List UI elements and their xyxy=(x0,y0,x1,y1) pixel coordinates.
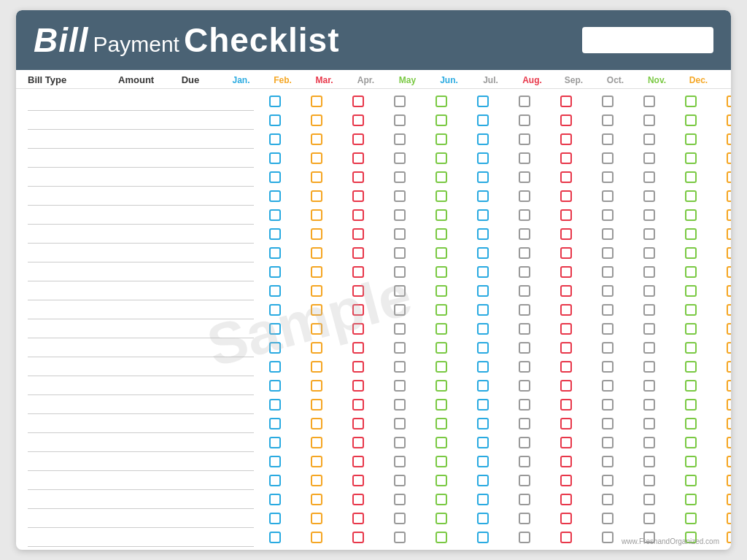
checkbox[interactable] xyxy=(560,266,572,278)
checkbox[interactable] xyxy=(311,133,322,145)
checkbox[interactable] xyxy=(477,361,489,373)
checkbox[interactable] xyxy=(477,247,489,259)
checkbox[interactable] xyxy=(727,342,732,354)
checkbox[interactable] xyxy=(685,513,697,524)
checkbox[interactable] xyxy=(560,532,572,543)
checkbox[interactable] xyxy=(436,380,447,392)
checkbox[interactable] xyxy=(311,399,322,411)
checkbox[interactable] xyxy=(352,380,364,392)
checkbox[interactable] xyxy=(727,323,732,335)
checkbox[interactable] xyxy=(727,494,732,505)
checkbox[interactable] xyxy=(643,171,655,183)
checkbox[interactable] xyxy=(685,456,697,467)
checkbox[interactable] xyxy=(685,266,697,278)
checkbox[interactable] xyxy=(436,494,447,505)
checkbox[interactable] xyxy=(311,228,322,240)
checkbox[interactable] xyxy=(727,228,732,240)
checkbox[interactable] xyxy=(436,285,447,297)
checkbox[interactable] xyxy=(602,456,614,467)
checkbox[interactable] xyxy=(727,171,732,183)
checkbox[interactable] xyxy=(352,323,364,335)
checkbox[interactable] xyxy=(602,96,614,107)
checkbox[interactable] xyxy=(602,285,614,297)
checkbox[interactable] xyxy=(269,228,281,240)
checkbox[interactable] xyxy=(477,475,489,486)
checkbox[interactable] xyxy=(394,323,406,335)
checkbox[interactable] xyxy=(311,323,322,335)
checkbox[interactable] xyxy=(602,266,614,278)
checkbox[interactable] xyxy=(477,456,489,467)
checkbox[interactable] xyxy=(477,513,489,524)
checkbox[interactable] xyxy=(394,228,406,240)
checkbox[interactable] xyxy=(685,171,697,183)
checkbox[interactable] xyxy=(560,513,572,524)
checkbox[interactable] xyxy=(477,266,489,278)
checkbox[interactable] xyxy=(477,190,489,202)
checkbox[interactable] xyxy=(519,285,530,297)
checkbox[interactable] xyxy=(394,361,406,373)
checkbox[interactable] xyxy=(643,437,655,448)
checkbox[interactable] xyxy=(519,304,530,316)
checkbox[interactable] xyxy=(602,114,614,126)
checkbox[interactable] xyxy=(477,437,489,448)
checkbox[interactable] xyxy=(269,475,281,486)
checkbox[interactable] xyxy=(269,361,281,373)
checkbox[interactable] xyxy=(394,342,406,354)
checkbox[interactable] xyxy=(519,247,530,259)
checkbox[interactable] xyxy=(436,418,447,429)
checkbox[interactable] xyxy=(519,380,530,392)
checkbox[interactable] xyxy=(394,247,406,259)
checkbox[interactable] xyxy=(602,342,614,354)
checkbox[interactable] xyxy=(685,114,697,126)
checkbox[interactable] xyxy=(311,209,322,221)
checkbox[interactable] xyxy=(269,399,281,411)
checkbox[interactable] xyxy=(560,456,572,467)
checkbox[interactable] xyxy=(394,171,406,183)
checkbox[interactable] xyxy=(519,342,530,354)
checkbox[interactable] xyxy=(436,323,447,335)
checkbox[interactable] xyxy=(519,171,530,183)
checkbox[interactable] xyxy=(727,133,732,145)
checkbox[interactable] xyxy=(560,96,572,107)
checkbox[interactable] xyxy=(311,361,322,373)
checkbox[interactable] xyxy=(643,342,655,354)
checkbox[interactable] xyxy=(727,437,732,448)
checkbox[interactable] xyxy=(643,304,655,316)
checkbox[interactable] xyxy=(436,96,447,107)
checkbox[interactable] xyxy=(269,456,281,467)
checkbox[interactable] xyxy=(394,152,406,164)
checkbox[interactable] xyxy=(602,190,614,202)
checkbox[interactable] xyxy=(269,513,281,524)
checkbox[interactable] xyxy=(311,475,322,486)
checkbox[interactable] xyxy=(477,304,489,316)
checkbox[interactable] xyxy=(352,96,364,107)
checkbox[interactable] xyxy=(560,399,572,411)
checkbox[interactable] xyxy=(560,114,572,126)
checkbox[interactable] xyxy=(643,133,655,145)
checkbox[interactable] xyxy=(685,399,697,411)
checkbox[interactable] xyxy=(519,266,530,278)
checkbox[interactable] xyxy=(394,96,406,107)
checkbox[interactable] xyxy=(519,133,530,145)
checkbox[interactable] xyxy=(477,96,489,107)
checkbox[interactable] xyxy=(352,437,364,448)
checkbox[interactable] xyxy=(643,380,655,392)
checkbox[interactable] xyxy=(643,96,655,107)
checkbox[interactable] xyxy=(643,247,655,259)
checkbox[interactable] xyxy=(394,133,406,145)
checkbox[interactable] xyxy=(352,190,364,202)
checkbox[interactable] xyxy=(311,304,322,316)
checkbox[interactable] xyxy=(519,418,530,429)
checkbox[interactable] xyxy=(519,114,530,126)
checkbox[interactable] xyxy=(560,494,572,505)
checkbox[interactable] xyxy=(394,494,406,505)
checkbox[interactable] xyxy=(560,190,572,202)
checkbox[interactable] xyxy=(269,437,281,448)
checkbox[interactable] xyxy=(602,152,614,164)
checkbox[interactable] xyxy=(560,152,572,164)
checkbox[interactable] xyxy=(602,437,614,448)
checkbox[interactable] xyxy=(477,323,489,335)
checkbox[interactable] xyxy=(727,418,732,429)
checkbox[interactable] xyxy=(477,418,489,429)
checkbox[interactable] xyxy=(352,342,364,354)
